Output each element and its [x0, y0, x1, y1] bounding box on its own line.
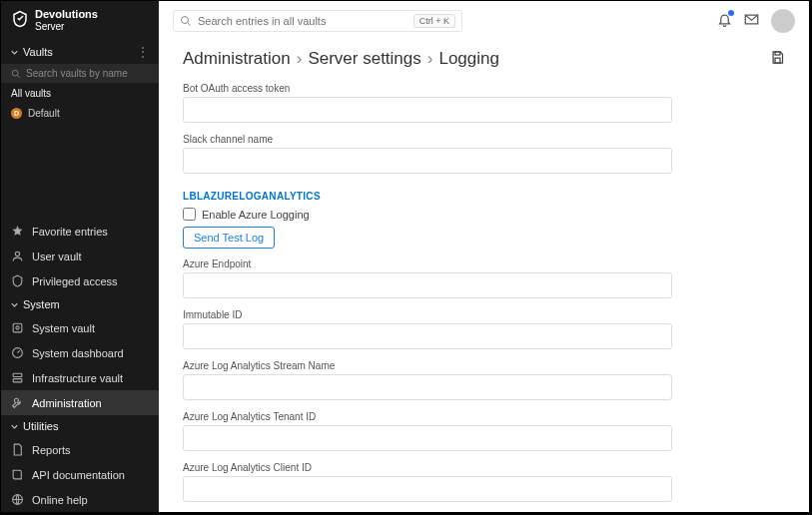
vault-avatar-icon: D: [11, 108, 22, 119]
messages-button[interactable]: [744, 12, 759, 30]
vaults-section-header[interactable]: Vaults ⋮: [1, 40, 159, 64]
input-tenant-id[interactable]: [183, 425, 672, 451]
nav-label: User vault: [32, 251, 82, 262]
globe-icon: [11, 493, 24, 506]
star-icon: [11, 225, 24, 238]
sidebar-item-api-documentation[interactable]: API documentation: [1, 462, 159, 487]
label-slack-channel: Slack channel name: [183, 134, 785, 145]
vault-search[interactable]: Search vaults by name: [1, 64, 159, 83]
chevron-right-icon: ›: [297, 49, 303, 69]
svg-point-0: [12, 70, 18, 76]
sidebar-item-favorite-entries[interactable]: Favorite entries: [1, 219, 159, 244]
label-enable-azure-logging: Enable Azure Logging: [202, 209, 310, 221]
sidebar-item-system-dashboard[interactable]: System dashboard: [1, 340, 159, 365]
sidebar-item-online-help[interactable]: Online help: [1, 487, 159, 512]
input-stream-name[interactable]: [183, 374, 672, 400]
input-bot-oauth[interactable]: [183, 97, 672, 123]
svg-rect-6: [13, 373, 22, 376]
chevron-down-icon: [11, 423, 18, 430]
brand-logo: Devolutions Server: [1, 1, 159, 40]
sidebar: Devolutions Server Vaults ⋮ Search vault…: [1, 1, 159, 512]
vaults-menu-icon[interactable]: ⋮: [137, 45, 149, 59]
breadcrumb-administration[interactable]: Administration: [183, 49, 291, 69]
sidebar-item-infrastructure-vault[interactable]: Infrastructure vault: [1, 365, 159, 390]
user-avatar[interactable]: [771, 9, 795, 33]
svg-rect-7: [13, 379, 22, 382]
user-icon: [11, 250, 24, 262]
system-title: System: [23, 298, 60, 310]
system-section-header[interactable]: System: [1, 293, 159, 315]
input-client-id[interactable]: [183, 476, 672, 502]
input-slack-channel[interactable]: [183, 148, 672, 174]
document-icon: [11, 443, 24, 456]
breadcrumb-server-settings[interactable]: Server settings: [308, 49, 420, 69]
input-immutable-id[interactable]: [183, 323, 672, 349]
breadcrumb-logging: Logging: [438, 49, 499, 69]
nav-label: System vault: [32, 322, 95, 334]
input-azure-endpoint[interactable]: [183, 272, 672, 298]
nav-label: Favorite entries: [32, 226, 108, 238]
sidebar-item-privileged-access[interactable]: Privileged access: [1, 268, 159, 293]
search-input[interactable]: [198, 15, 407, 27]
label-azure-endpoint: Azure Endpoint: [183, 258, 785, 269]
nav-label: Infrastructure vault: [32, 372, 123, 384]
all-vaults[interactable]: All vaults: [1, 83, 159, 104]
svg-point-9: [182, 17, 189, 24]
label-tenant-id: Azure Log Analytics Tenant ID: [183, 411, 785, 422]
global-search[interactable]: Ctrl + K: [173, 10, 462, 32]
label-immutable-id: Immutable ID: [183, 309, 785, 320]
nav-label: API documentation: [32, 469, 125, 481]
chevron-right-icon: ›: [427, 49, 433, 69]
topbar: Ctrl + K: [159, 1, 809, 41]
breadcrumb: Administration › Server settings › Loggi…: [183, 49, 499, 69]
chevron-down-icon: [11, 49, 18, 56]
book-icon: [11, 468, 24, 481]
wrench-icon: [11, 396, 24, 409]
send-test-log-button[interactable]: Send Test Log: [183, 227, 275, 249]
svg-point-4: [16, 326, 19, 329]
label-client-id: Azure Log Analytics Client ID: [183, 462, 785, 473]
search-icon: [180, 15, 192, 27]
envelope-icon: [744, 12, 759, 27]
nav-label: Administration: [32, 397, 102, 409]
sidebar-item-reports[interactable]: Reports: [1, 437, 159, 462]
chevron-down-icon: [11, 301, 18, 308]
nav-label: System dashboard: [32, 347, 124, 359]
sidebar-item-administration[interactable]: Administration: [1, 390, 159, 415]
sidebar-item-user-vault[interactable]: User vault: [1, 244, 159, 268]
shield-icon: [11, 274, 24, 287]
brand-name: Devolutions: [35, 8, 98, 20]
save-button[interactable]: [770, 50, 785, 68]
app-window: Devolutions Server Vaults ⋮ Search vault…: [0, 0, 812, 515]
vault-search-placeholder: Search vaults by name: [26, 68, 128, 79]
top-icons: [717, 9, 795, 33]
main-panel: Ctrl + K Administration › Server sett: [159, 1, 809, 512]
gauge-icon: [11, 346, 24, 359]
svg-point-2: [15, 252, 19, 256]
utilities-title: Utilities: [23, 420, 58, 432]
notification-dot-icon: [728, 10, 734, 16]
save-icon: [770, 50, 785, 65]
content-area: Administration › Server settings › Loggi…: [159, 41, 809, 512]
nav-label: Online help: [32, 494, 88, 506]
section-azure-log-analytics: LBLAZURELOGANALYTICS: [183, 191, 785, 202]
svg-rect-11: [775, 52, 780, 55]
svg-rect-3: [13, 323, 22, 332]
vault-item-label: Default: [28, 108, 60, 119]
utilities-section-header[interactable]: Utilities: [1, 415, 159, 437]
checkbox-enable-azure-logging[interactable]: [183, 208, 196, 221]
notifications-button[interactable]: [717, 12, 732, 30]
server-icon: [11, 371, 24, 384]
shield-logo-icon: [11, 10, 29, 31]
label-bot-oauth: Bot OAuth access token: [183, 83, 785, 94]
nav-label: Reports: [32, 444, 71, 456]
search-icon: [11, 69, 21, 79]
brand-sub: Server: [35, 22, 98, 33]
svg-rect-12: [775, 58, 780, 63]
sidebar-item-system-vault[interactable]: System vault: [1, 315, 159, 340]
search-shortcut: Ctrl + K: [413, 14, 455, 28]
vault-item-default[interactable]: D Default: [1, 104, 159, 123]
svg-line-1: [17, 75, 20, 78]
svg-line-10: [188, 23, 191, 26]
safe-icon: [11, 321, 24, 334]
